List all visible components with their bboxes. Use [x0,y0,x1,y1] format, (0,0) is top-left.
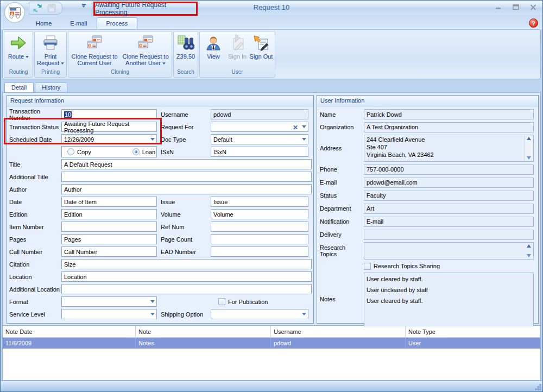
notification-field[interactable]: E-mail [364,217,534,227]
column-header-note-date[interactable]: Note Date [3,326,136,337]
person-icon [204,34,223,52]
organization-field[interactable]: A Test Organization [364,122,534,132]
minimize-button[interactable] [493,3,504,11]
transaction-status-field[interactable]: Awaiting Future Request Processing [61,122,157,132]
resize-grip[interactable] [534,383,541,390]
volume-field[interactable]: Volume [211,209,308,219]
additional-title-field[interactable] [61,172,312,182]
customize-quick-access-button[interactable] [80,4,87,11]
address-scrollbar[interactable] [525,136,533,161]
location-field[interactable]: Location [61,271,312,282]
title-field[interactable]: A Default Request [61,159,312,169]
chevron-down-icon[interactable] [150,300,155,303]
scroll-down-icon[interactable] [527,156,531,160]
delivery-field[interactable] [364,230,534,240]
clone-to-another-user-button[interactable]: A Clone Request to Another User [120,33,171,69]
sign-in-button[interactable]: Sign In [225,33,249,69]
route-button[interactable]: Route [5,33,32,69]
delivery-row: Delivery [318,228,537,241]
chevron-down-icon[interactable] [302,313,306,315]
location-label: Location [8,274,61,280]
doc-type-combobox[interactable]: Default [211,134,308,144]
research-topics-sharing-checkbox[interactable] [364,263,371,270]
date-field[interactable]: Date of Item [61,197,157,207]
scroll-up-icon[interactable] [527,244,531,248]
clone-to-current-user-button[interactable]: A Clone Request to Current User [69,33,120,69]
close-button[interactable] [527,3,539,11]
item-number-field[interactable] [61,222,157,232]
user-notes-field[interactable]: User cleared by staff. User uncleared by… [364,273,534,326]
phone-value: 757-000-0000 [367,166,404,173]
table-row[interactable]: 11/6/2009 Notes. pdowd User [3,338,540,349]
username-field[interactable]: pdowd [211,109,308,119]
format-combobox[interactable] [61,296,157,307]
copy-radio[interactable] [67,148,74,155]
author-field[interactable]: Author [61,184,312,194]
page-count-field[interactable] [211,234,308,244]
tab-detail[interactable]: Detail [4,83,34,92]
edition-field[interactable]: Edition [61,209,157,219]
address-field[interactable]: 244 Clearfield Avenue Ste 407 Virginia B… [364,135,534,162]
email-field[interactable]: pdowd@email.com [364,178,534,188]
column-header-note-type[interactable]: Note Type [406,326,540,337]
ref-num-field[interactable] [211,222,308,232]
loan-radio-label: Loan [142,149,155,155]
sign-out-button[interactable]: Sign Out [249,33,273,69]
title-bar[interactable]: Request 10 A [1,1,542,15]
phone-field[interactable]: 757-000-0000 [364,165,534,175]
research-topics-spinner[interactable] [525,243,533,258]
issue-value: Issue [213,199,228,205]
pages-field[interactable]: Pages [61,234,157,244]
isxn-value: ISxN [213,149,226,155]
column-header-note[interactable]: Note [136,326,271,337]
column-header-username[interactable]: Username [271,326,406,337]
z3950-search-button[interactable]: Z39.50 [174,33,197,69]
chevron-down-icon[interactable] [150,138,155,141]
chevron-down-icon[interactable] [302,138,306,141]
detail-tab-bar: Detail History [2,82,541,92]
tab-process[interactable]: Process [97,17,138,29]
doc-type-value: Default [213,136,232,143]
refresh-button[interactable] [31,3,43,14]
name-field[interactable]: Patrick Dowd [364,109,534,119]
view-user-button[interactable]: View [201,33,225,69]
date-row: Date Date of Item Issue Issue [8,195,312,208]
additional-title-row: Additional Title [8,170,312,183]
help-button[interactable]: ? [529,18,538,28]
scroll-down-icon[interactable] [527,254,531,257]
department-field[interactable]: Art [364,204,534,214]
clear-icon[interactable]: ✕ [293,124,298,131]
transaction-number-field[interactable]: 10 [61,109,157,119]
ead-number-field[interactable] [211,246,308,257]
application-menu-button[interactable]: A [4,2,26,23]
user-notes-label: Notes [318,296,364,302]
shipping-option-combobox[interactable] [211,309,308,319]
save-icon [47,3,56,13]
chevron-down-icon[interactable] [150,313,155,315]
service-level-combobox[interactable] [61,309,157,319]
shipping-option-label: Shipping Option [157,311,211,318]
chevron-down-icon [82,5,85,8]
additional-location-field[interactable] [61,284,312,294]
svg-text:A: A [140,44,142,47]
research-topics-field[interactable] [364,242,534,260]
status-field[interactable]: Faculty [364,191,534,201]
note-date-cell: 11/6/2009 [3,338,136,349]
call-number-field[interactable]: Call Number [61,246,157,257]
scroll-up-icon[interactable] [527,137,531,140]
tab-home[interactable]: Home [27,18,61,29]
isxn-field[interactable]: ISxN [211,147,308,157]
citation-field[interactable]: Size [61,259,312,269]
print-request-button[interactable]: Print Request [35,33,66,69]
tab-history[interactable]: History [35,83,67,92]
chevron-down-icon[interactable] [302,125,306,128]
save-button[interactable] [46,3,58,14]
issue-field[interactable]: Issue [211,197,308,207]
loan-radio[interactable] [132,148,140,155]
address-row: Address 244 Clearfield Avenue Ste 407 Vi… [318,134,537,163]
maximize-button[interactable] [510,3,522,11]
for-publication-checkbox[interactable] [218,298,225,305]
tab-email[interactable]: E-mail [61,18,96,29]
request-for-combobox[interactable]: ✕ [211,122,308,132]
scheduled-date-combobox[interactable]: 12/26/2009 [61,134,157,144]
